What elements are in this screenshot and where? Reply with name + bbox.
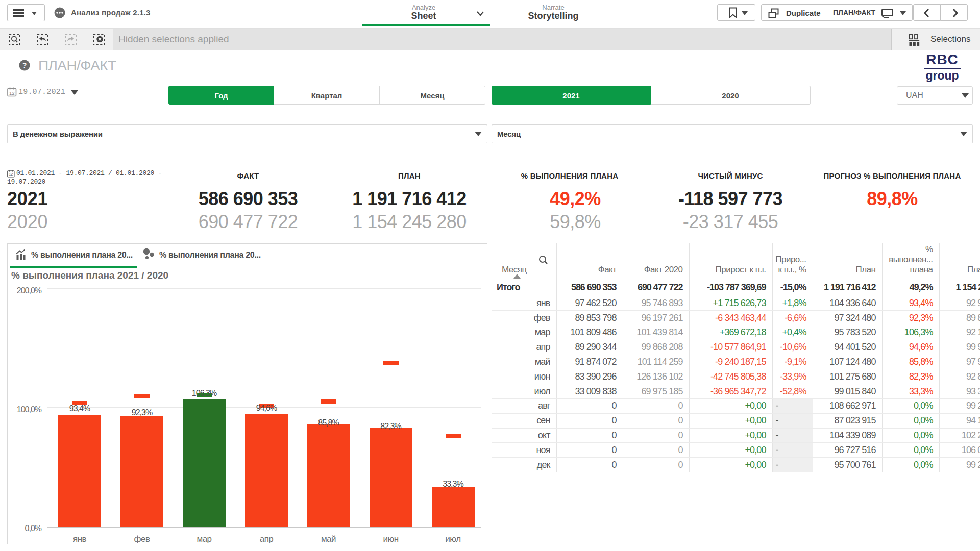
svg-text:?: ? [22,61,27,69]
svg-text:12: 12 [9,90,15,96]
